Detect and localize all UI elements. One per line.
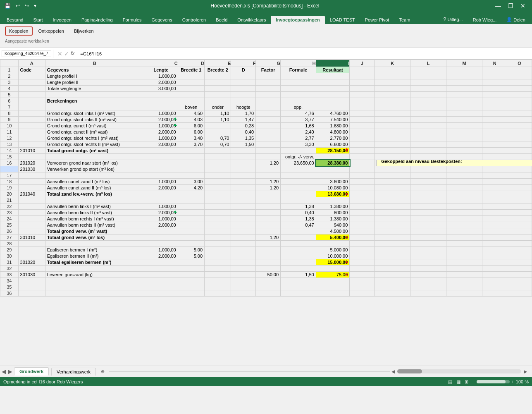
col-header-o[interactable]: O <box>507 60 532 67</box>
status-bar: Opmerking in cel I16 door Rob Wiegers ▤ … <box>0 377 532 386</box>
spreadsheet-area[interactable]: A B C D E F G H I J K L M N O 1 Code <box>0 60 532 366</box>
next-sheet-icon[interactable]: ▶ <box>8 368 12 375</box>
table-row: 7 boven onder hoogte opp. <box>0 104 532 110</box>
scroll-indicator-right: ▶ <box>524 369 527 374</box>
tab-load-test[interactable]: LOAD TEST <box>325 16 360 24</box>
close-button[interactable]: ✕ <box>517 0 529 12</box>
undo-icon[interactable]: ↩ <box>14 3 21 9</box>
zoom-out-icon[interactable]: − <box>472 379 475 384</box>
horizontal-scrollbar[interactable] <box>397 369 521 373</box>
cell-f1[interactable]: D <box>231 67 256 73</box>
ontkoppelen-button[interactable]: Ontkoppelen <box>34 26 68 36</box>
col-header-e[interactable]: E <box>205 60 231 67</box>
quick-access-toolbar: 💾 ↩ ↪ ▾ <box>3 3 38 9</box>
row-num-1[interactable]: 1 <box>0 67 19 73</box>
sheet-tab-bar: ◀ ▶ Grondwerk Verhardingswerk ⊕ ◀ ▶ <box>0 366 532 377</box>
formula-input[interactable] <box>79 50 530 57</box>
col-header-g[interactable]: G <box>256 60 281 67</box>
table-row: 5 <box>0 92 532 98</box>
table-row: 11 Grond ontgr. cunet II (m³ vast) 2.000… <box>0 129 532 135</box>
cancel-formula-icon[interactable]: ✕ <box>57 50 62 57</box>
bijwerken-button[interactable]: Bijwerken <box>70 26 98 36</box>
zoom-slider[interactable] <box>477 380 510 383</box>
tab-power-pivot[interactable]: Power Pivot <box>360 16 394 24</box>
tab-ontwikkelaars[interactable]: Ontwikkelaars <box>232 16 271 24</box>
tab-delen[interactable]: 👤 Delen <box>501 15 530 24</box>
zoom-percent: 100 % <box>516 379 529 384</box>
col-header-k[interactable]: K <box>375 60 410 67</box>
sheet-tab-grondwerk[interactable]: Grondwerk <box>14 367 49 376</box>
tab-beeld[interactable]: Beeld <box>211 16 232 24</box>
col-header-m[interactable]: M <box>446 60 482 67</box>
insert-function-icon[interactable]: fx <box>71 50 74 57</box>
tab-invoegtoepassingen[interactable]: Invoegtoepassingen <box>271 16 324 24</box>
col-header-b[interactable]: B <box>45 60 144 67</box>
tab-team[interactable]: Team <box>394 16 415 24</box>
tab-controleren[interactable]: Controleren <box>177 16 211 24</box>
restore-button[interactable]: ❐ <box>505 0 516 12</box>
sheet-tab-verhardingswerk[interactable]: Verhardingswerk <box>51 368 96 376</box>
cell-c1[interactable]: Lengte <box>144 67 178 73</box>
zoom-control: − + 100 % <box>472 379 529 384</box>
confirm-formula-icon[interactable]: ✓ <box>64 50 69 57</box>
col-header-a[interactable]: A <box>18 60 45 67</box>
col-header-n[interactable]: N <box>482 60 507 67</box>
corner-cell <box>0 60 19 67</box>
cell-e1[interactable]: Breedte 2 <box>205 67 231 73</box>
col-header-d[interactable]: D <box>178 60 204 67</box>
table-row: 15 ontgr. -/- verw. <box>0 154 532 160</box>
col-header-l[interactable]: L <box>410 60 446 67</box>
cell-o1 <box>507 67 532 73</box>
cell-d1[interactable]: Breedte 1 <box>178 67 204 73</box>
table-row: 29 Egaliseren bermen I (m²) 1.000,00 5,0… <box>0 247 532 253</box>
table-row: 10 Grond ontgr. cunet I (m³ vast) 1.000,… <box>0 123 532 129</box>
table-row: 19 Aanvullen cunet zand II (m³ los) 2.00… <box>0 185 532 191</box>
table-row: 34 <box>0 278 532 284</box>
zoom-in-icon[interactable]: + <box>511 379 514 384</box>
customize-qat-icon[interactable]: ▾ <box>33 3 38 9</box>
prev-sheet-icon[interactable]: ◀ <box>2 368 6 375</box>
col-header-c[interactable]: C <box>144 60 178 67</box>
view-layout-icon[interactable]: ▦ <box>456 379 460 385</box>
tab-gegevens[interactable]: Gegevens <box>147 16 177 24</box>
col-header-h[interactable]: H <box>281 60 316 67</box>
minimize-button[interactable]: — <box>492 0 504 12</box>
redo-icon[interactable]: ↪ <box>24 3 30 9</box>
col-header-j[interactable]: J <box>350 60 375 67</box>
col-header-i[interactable]: I <box>316 60 350 67</box>
cell-a1[interactable]: Code <box>18 67 45 73</box>
tab-formules[interactable]: Formules <box>118 16 147 24</box>
save-icon[interactable]: 💾 <box>3 3 12 9</box>
tab-start[interactable]: Start <box>28 16 48 24</box>
scroll-indicator: ◀ <box>391 369 395 374</box>
tab-bestand[interactable]: Bestand <box>2 16 28 24</box>
tab-rob-wieg[interactable]: Rob Wieg... <box>468 16 501 24</box>
formula-bar: ✕ ✓ fx <box>0 48 532 60</box>
tooltip-title: Gekoppeld aan niveau Bestekposten: <box>381 160 529 164</box>
tab-pagina-indeling[interactable]: Pagina-indeling <box>76 16 118 24</box>
table-row: 25 Aanvullen berm rechts II (m³ vast) 2.… <box>0 222 532 228</box>
table-row: 31 301020 Totaal egaliseren bermen (m²) … <box>0 259 532 266</box>
name-box[interactable] <box>2 50 51 57</box>
cell-i1[interactable]: Resultaat <box>316 67 350 73</box>
table-row: 28 <box>0 241 532 247</box>
ribbon-section-label: Aangepaste werkbalken <box>5 37 527 43</box>
tab-uitleg[interactable]: ? Uitleg... <box>438 14 468 24</box>
table-row: 35 <box>0 284 532 290</box>
view-page-icon[interactable]: ⊞ <box>465 379 468 385</box>
ribbon-tab-bar: Bestand Start Invoegen Pagina-indeling F… <box>0 12 532 24</box>
cell-g1[interactable]: Factor <box>256 67 281 73</box>
tooltip-popup: Gekoppeld aan niveau Bestekposten: 20102… <box>377 160 532 166</box>
cell-b1[interactable]: Gegevens <box>45 67 144 73</box>
cell-l1 <box>410 67 446 73</box>
view-normal-icon[interactable]: ▤ <box>448 379 452 385</box>
col-header-f[interactable]: F <box>231 60 256 67</box>
tab-invoegen[interactable]: Invoegen <box>48 16 76 24</box>
table-row: 22 Aanvullen berm links I (m³ vast) 1.00… <box>0 203 532 210</box>
table-row: 14 201010 Totaal grond ontgr. (m³ vast) … <box>0 148 532 154</box>
title-bar: 💾 ↩ ↪ ▾ Hoeveelheden.xls [Compatibilitei… <box>0 0 532 12</box>
table-row: 13 Grond ontgr. sloot rechts II (m³ vast… <box>0 141 532 148</box>
koppelen-button[interactable]: Koppelen <box>5 26 33 36</box>
cell-h1[interactable]: Formule <box>281 67 316 73</box>
add-sheet-button[interactable]: ⊕ <box>98 368 107 375</box>
